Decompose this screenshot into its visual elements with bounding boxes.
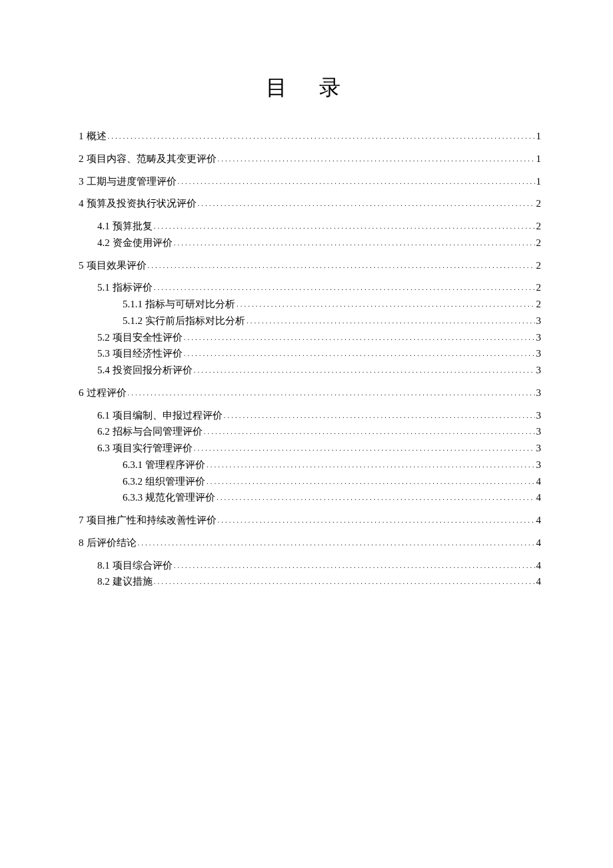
toc-entry-text: 后评价结论: [87, 535, 137, 551]
toc-entry[interactable]: 5.3项目经济性评价3: [79, 345, 541, 362]
toc-entry-text: 实行前后指标对比分析: [145, 313, 245, 329]
toc-entry-page: 1: [536, 173, 542, 190]
toc-entry-page: 2: [536, 235, 542, 251]
toc-leader: [217, 491, 535, 503]
toc-entry-page: 3: [536, 329, 542, 346]
toc-entry-text: 预算及投资执行状况评价: [87, 195, 197, 212]
toc-entry-page: 1: [536, 151, 542, 167]
toc-entry-number: 4.2: [97, 235, 110, 251]
toc-entry-number: 5.1: [97, 279, 110, 296]
toc-entry-page: 3: [536, 362, 542, 379]
toc-entry-page: 4: [536, 489, 542, 506]
toc-entry-page: 2: [536, 296, 542, 313]
toc-entry-number: 8: [79, 535, 84, 551]
toc-entry-page: 4: [536, 512, 542, 529]
toc-entry-number: 3: [79, 173, 84, 190]
toc-entry[interactable]: 5.4投资回报分析评价3: [79, 362, 541, 379]
toc-entry[interactable]: 2项目内容、范畴及其变更评价1: [79, 151, 541, 167]
toc-leader: [138, 537, 535, 549]
toc-entry-text: 指标评价: [113, 279, 153, 296]
toc-entry-number: 6.3.1: [123, 457, 143, 473]
toc-leader: [207, 475, 535, 487]
toc-entry-page: 4: [536, 573, 542, 590]
toc-entry-text: 项目推广性和持续改善性评价: [87, 512, 217, 529]
toc-entry-number: 4.1: [97, 218, 110, 235]
toc-entry[interactable]: 5.1指标评价2: [79, 279, 541, 296]
toc-leader: [178, 175, 535, 187]
toc-entry[interactable]: 5.1.1指标与可研对比分析2: [79, 296, 541, 313]
toc-entry-text: 建议措施: [113, 573, 153, 590]
toc-entry-text: 工期与进度管理评价: [87, 173, 177, 190]
toc-entry-page: 3: [536, 345, 542, 362]
toc-leader: [207, 459, 535, 471]
toc-entry-number: 5.2: [97, 329, 110, 346]
toc-entry-text: 过程评价: [87, 385, 127, 401]
toc-entry[interactable]: 5.1.2实行前后指标对比分析3: [79, 313, 541, 329]
toc-leader: [174, 237, 535, 249]
toc-entry-text: 招标与合同管理评价: [113, 423, 203, 440]
toc-entry-page: 3: [536, 457, 542, 473]
toc-entry-text: 项目实行管理评价: [113, 440, 193, 457]
toc-entry-number: 8.1: [97, 557, 110, 574]
toc-entry-number: 7: [79, 512, 84, 529]
toc-entry-page: 4: [536, 557, 542, 574]
toc-entry[interactable]: 6过程评价3: [79, 385, 541, 401]
toc-entry[interactable]: 5项目效果评价2: [79, 257, 541, 274]
toc-entry-number: 5: [79, 257, 84, 274]
toc-entry-page: 3: [536, 440, 542, 457]
toc-entry[interactable]: 1概述1: [79, 128, 541, 145]
toc-entry-number: 6.2: [97, 423, 110, 440]
toc-entry-page: 2: [536, 195, 542, 212]
toc-entry[interactable]: 4.2资金使用评价2: [79, 235, 541, 251]
toc-leader: [184, 347, 535, 359]
toc-leader: [108, 130, 535, 142]
toc-entry-text: 概述: [87, 128, 107, 145]
toc-entry-number: 5.1.1: [123, 296, 143, 313]
toc-entry-number: 6.1: [97, 407, 110, 424]
toc-title: 目 录: [79, 73, 541, 103]
toc-entry[interactable]: 4预算及投资执行状况评价2: [79, 195, 541, 212]
toc-entry-text: 预算批复: [113, 218, 153, 235]
toc-leader: [154, 281, 535, 293]
toc-entry-page: 3: [536, 423, 542, 440]
toc-entry-number: 5.3: [97, 345, 110, 362]
toc-entry-text: 项目综合评价: [113, 557, 173, 574]
toc-entry-number: 2: [79, 151, 84, 167]
toc-entry-page: 4: [536, 473, 542, 490]
toc-entry[interactable]: 6.3.3规范化管理评价4: [79, 489, 541, 506]
toc-entry-text: 规范化管理评价: [145, 489, 215, 506]
toc-entry-number: 5.1.2: [123, 313, 143, 329]
toc-entry[interactable]: 6.3项目实行管理评价3: [79, 440, 541, 457]
toc-list: 1概述12项目内容、范畴及其变更评价13工期与进度管理评价14预算及投资执行状况…: [79, 128, 541, 590]
toc-leader: [194, 442, 535, 454]
toc-leader: [148, 259, 535, 271]
toc-leader: [154, 575, 535, 587]
toc-entry-number: 6.3: [97, 440, 110, 457]
toc-entry[interactable]: 4.1预算批复2: [79, 218, 541, 235]
toc-entry[interactable]: 6.3.1管理程序评价3: [79, 457, 541, 473]
toc-entry-page: 2: [536, 257, 542, 274]
toc-entry-number: 1: [79, 128, 84, 145]
toc-entry-number: 4: [79, 195, 84, 212]
toc-entry[interactable]: 6.1项目编制、申报过程评价3: [79, 407, 541, 424]
toc-entry[interactable]: 8.1项目综合评价4: [79, 557, 541, 574]
toc-entry-text: 投资回报分析评价: [113, 362, 193, 379]
toc-leader: [154, 220, 535, 232]
toc-entry-page: 3: [536, 385, 542, 401]
toc-leader: [198, 197, 535, 209]
toc-entry-text: 组织管理评价: [145, 473, 205, 490]
toc-entry[interactable]: 8.2建议措施4: [79, 573, 541, 590]
toc-entry[interactable]: 3工期与进度管理评价1: [79, 173, 541, 190]
toc-entry[interactable]: 6.2招标与合同管理评价3: [79, 423, 541, 440]
toc-entry-text: 项目效果评价: [87, 257, 147, 274]
toc-leader: [224, 409, 535, 421]
toc-entry[interactable]: 6.3.2组织管理评价4: [79, 473, 541, 490]
toc-leader: [204, 425, 535, 437]
toc-entry[interactable]: 5.2项目安全性评价3: [79, 329, 541, 346]
toc-entry[interactable]: 8后评价结论4: [79, 535, 541, 551]
toc-entry-page: 3: [536, 313, 542, 329]
toc-entry-text: 项目经济性评价: [113, 345, 183, 362]
toc-entry[interactable]: 7项目推广性和持续改善性评价4: [79, 512, 541, 529]
toc-entry-page: 1: [536, 128, 542, 145]
document-page: 目 录 1概述12项目内容、范畴及其变更评价13工期与进度管理评价14预算及投资…: [0, 0, 613, 590]
